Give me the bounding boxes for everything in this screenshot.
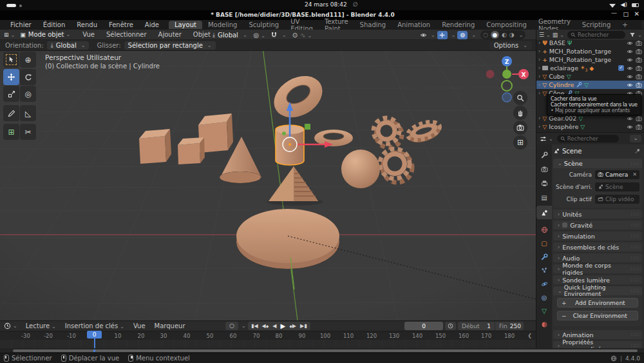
outliner-search[interactable]: Rechercher xyxy=(567,31,625,39)
qle-header[interactable]: ⌄Quick Lighting Environment :::: xyxy=(553,286,642,295)
pin-icon[interactable] xyxy=(634,148,641,154)
menu-fenetre[interactable]: Fenêtre xyxy=(103,21,139,28)
outliner-row-icosphere[interactable]: ›▽Icosphère▽ xyxy=(536,123,644,131)
panel-audio[interactable]: ›Audio:::: xyxy=(553,253,642,262)
mode-dropdown[interactable]: Mode objet xyxy=(28,31,64,38)
outliner-display-mode-button[interactable]: ▥⌄ xyxy=(553,32,564,38)
scene-panel-header[interactable]: ⌄Scène :::: xyxy=(553,159,642,168)
cursor-tool[interactable]: ⊕ xyxy=(20,52,36,68)
timeline-track[interactable] xyxy=(0,340,536,349)
gear-object-1[interactable] xyxy=(374,118,402,148)
tab-particles[interactable] xyxy=(536,264,552,277)
wifi-icon[interactable] xyxy=(609,4,616,8)
pivot-point-button[interactable]: ◎⌄ xyxy=(254,32,265,39)
panel-ensembles-cles[interactable]: ›Ensembles de clés:::: xyxy=(553,242,642,251)
timeline-collapse-arrow[interactable]: ❮ xyxy=(527,333,532,338)
battery-icon[interactable] xyxy=(632,3,639,7)
properties-options-button[interactable]: ⌄ xyxy=(630,135,641,142)
orientation-dropdown[interactable]: Global xyxy=(218,32,238,39)
gizmo-z-neg-axis[interactable] xyxy=(502,93,511,102)
knife-tool[interactable]: ✂ xyxy=(20,124,36,140)
cube-object-left[interactable] xyxy=(139,129,171,164)
autokey-button[interactable]: ○ xyxy=(225,322,238,330)
panel-unites[interactable]: ›Unités:::: xyxy=(553,210,642,219)
add-environment-button[interactable]: +Add Environment xyxy=(557,298,638,308)
outliner-row-cylindre-selected[interactable]: ›▽Cylindre ▽ xyxy=(536,81,644,89)
drag-select[interactable]: Sélection par rectangle ⌄ xyxy=(124,41,216,50)
scene-selector[interactable]: ⌄ Scene × xyxy=(641,21,644,29)
playhead-badge[interactable]: 0 xyxy=(87,331,102,338)
keyboard-indicator-icon[interactable]: ∅ xyxy=(353,1,358,8)
frame-start-field[interactable]: Début1 xyxy=(458,322,495,330)
outliner-row-base[interactable]: ›ΨBASEΨ xyxy=(536,40,644,47)
snap-magnet-icon[interactable] xyxy=(270,32,278,39)
show-gizmo-button[interactable] xyxy=(437,31,448,39)
viewport-background[interactable] xyxy=(0,51,536,320)
options-button[interactable]: Options ⌄ xyxy=(489,41,532,50)
panel-gravite[interactable]: ›Gravité:::: xyxy=(553,221,642,230)
current-frame-field[interactable]: 0 xyxy=(404,322,443,330)
outliner-row-eclairage[interactable]: ›eclairage ✶3◆ ✓ xyxy=(536,64,644,72)
pan-button[interactable] xyxy=(513,106,527,120)
ortho-toggle-button[interactable]: ⊞ xyxy=(513,135,527,150)
prev-keyframe-button[interactable]: ◀◆ xyxy=(262,323,269,329)
rotate-tool[interactable] xyxy=(20,69,36,85)
outliner-row-cube[interactable]: ›▽Cube▽ xyxy=(536,72,644,81)
jump-end-button[interactable]: ▶▮ xyxy=(300,323,307,329)
tab-tool[interactable] xyxy=(536,148,552,162)
collection-checkbox[interactable]: ✓ xyxy=(618,65,624,71)
gizmo-y-neg-axis[interactable] xyxy=(502,81,512,91)
camera-render-icon[interactable] xyxy=(636,40,642,46)
editor-type-button[interactable]: ⊞⌄ xyxy=(4,32,15,38)
tab-rendering[interactable]: Rendering xyxy=(436,21,480,29)
properties-editor-type-button[interactable] xyxy=(540,135,547,142)
add-cube-tool[interactable]: ⊞ xyxy=(3,124,19,140)
play-reverse-button[interactable]: ◀ xyxy=(272,323,276,329)
shading-rendered-button[interactable]: ◑ xyxy=(509,32,515,38)
tab-compositing[interactable]: Compositing xyxy=(480,21,533,29)
clear-icon[interactable]: ✕ xyxy=(632,172,637,177)
panel-simulation[interactable]: ›Simulation:::: xyxy=(553,231,642,240)
tab-view-layer[interactable]: ▤ xyxy=(536,191,552,204)
menu-vue-timeline[interactable]: Vue xyxy=(129,322,150,329)
tab-constraints[interactable]: ◎ xyxy=(536,291,552,304)
menu-selectionner[interactable]: Sélectionner xyxy=(100,31,153,38)
menu-rendu[interactable]: Rendu xyxy=(71,21,103,28)
menu-ajouter[interactable]: Ajouter xyxy=(153,31,187,38)
menu-edition[interactable]: Édition xyxy=(37,21,71,28)
panel-proprietes-perso[interactable]: ›Propriétés personnalisées:::: xyxy=(553,341,642,348)
tab-scripting[interactable]: Scripting xyxy=(576,21,616,29)
close-button[interactable]: ✕ xyxy=(634,10,639,17)
menu-fichier[interactable]: Fichier xyxy=(5,21,37,28)
active-clip-field[interactable]: Clip vidéo xyxy=(595,195,639,204)
tab-physics[interactable] xyxy=(536,277,552,291)
sphere-object[interactable] xyxy=(341,150,380,188)
tab-modeling[interactable]: Modeling xyxy=(202,21,243,29)
camera-view-button[interactable] xyxy=(513,121,527,135)
outliner-editor-type-button[interactable]: ☰⌄ xyxy=(539,32,551,38)
tab-object[interactable]: ▢ xyxy=(536,237,552,250)
jump-start-button[interactable]: ▮◀ xyxy=(251,323,258,329)
select-box-tool[interactable] xyxy=(3,52,19,68)
play-button[interactable]: ▶ xyxy=(281,322,286,329)
tab-output[interactable] xyxy=(536,177,552,190)
background-scene-field[interactable]: Scène xyxy=(595,182,639,191)
minimize-button[interactable]: — xyxy=(611,10,617,16)
menu-vue[interactable]: Vue xyxy=(77,31,100,38)
annotate-tool[interactable] xyxy=(3,105,19,121)
panel-corps-rigides[interactable]: ›Monde de corps rigides:::: xyxy=(553,264,642,273)
frame-end-field[interactable]: Fin250 xyxy=(495,322,524,330)
disc-object[interactable] xyxy=(236,209,339,269)
menu-lecture[interactable]: Lecture⌄ xyxy=(21,322,61,329)
measure-tool[interactable]: ◺ xyxy=(20,105,36,121)
tab-world[interactable] xyxy=(536,223,552,237)
shading-material-button[interactable]: ◐ xyxy=(502,32,507,38)
tab-layout[interactable]: Layout xyxy=(169,21,202,29)
add-workspace-button[interactable]: + xyxy=(616,21,633,29)
next-keyframe-button[interactable]: ◆▶ xyxy=(289,323,296,329)
shading-solid-button[interactable]: ● xyxy=(491,31,499,39)
outliner-row-mch1[interactable]: ›+MCH_Rotation_targe xyxy=(536,47,644,55)
viewport-3d[interactable]: Perspective Utilisateur (0) Collection d… xyxy=(0,51,536,320)
filter-icon[interactable] xyxy=(629,32,636,38)
cube-object-small[interactable] xyxy=(178,137,205,164)
